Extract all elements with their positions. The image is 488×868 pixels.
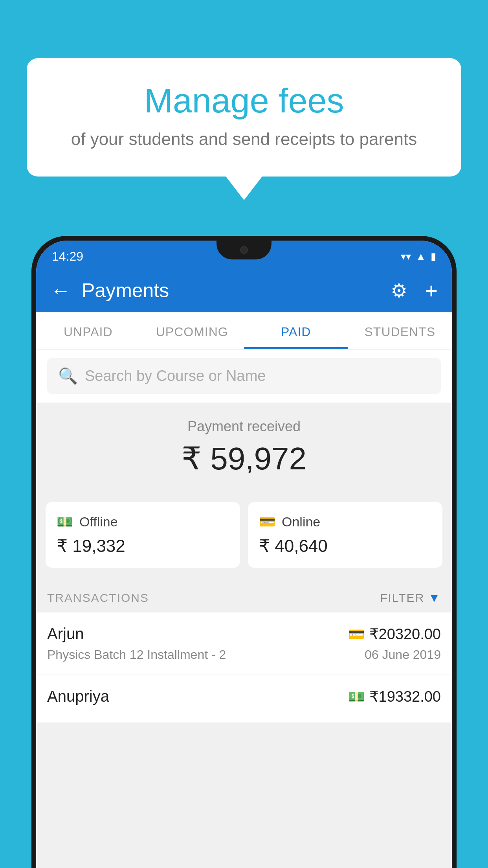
online-label: Online xyxy=(282,514,320,530)
transactions-header: TRANSACTIONS FILTER ▼ xyxy=(36,579,452,612)
tabs-bar: UNPAID UPCOMING PAID STUDENTS xyxy=(36,312,452,349)
battery-icon: ▮ xyxy=(431,250,436,263)
status-time: 14:29 xyxy=(52,249,83,264)
app-header: ← Payments ⚙ + xyxy=(36,269,452,312)
add-button[interactable]: + xyxy=(425,278,438,303)
filter-button[interactable]: FILTER ▼ xyxy=(380,591,441,605)
tab-unpaid[interactable]: UNPAID xyxy=(36,312,140,349)
search-placeholder-text: Search by Course or Name xyxy=(85,368,266,384)
wifi-icon: ▾▾ xyxy=(401,250,411,263)
payment-cards-row: 💵 Offline ₹ 19,332 💳 Online ₹ 40,640 xyxy=(36,491,452,579)
search-container: 🔍 Search by Course or Name xyxy=(36,349,452,403)
online-amount: ₹ 40,640 xyxy=(259,536,431,556)
offline-payment-card: 💵 Offline ₹ 19,332 xyxy=(46,502,240,568)
speech-bubble: Manage fees of your students and send re… xyxy=(27,58,461,177)
offline-icon: 💵 xyxy=(57,514,73,530)
payment-received-label: Payment received xyxy=(36,418,452,435)
transactions-label: TRANSACTIONS xyxy=(47,591,149,605)
transaction-date: 06 June 2019 xyxy=(365,647,441,662)
search-bar[interactable]: 🔍 Search by Course or Name xyxy=(47,358,441,394)
online-icon: 💳 xyxy=(259,514,275,530)
phone-frame: 14:29 ▾▾ ▲ ▮ ← Payments ⚙ + UNPAID UPCOM… xyxy=(31,236,457,868)
filter-label: FILTER xyxy=(380,591,424,605)
offline-amount: ₹ 19,332 xyxy=(57,536,229,556)
bubble-title: Manage fees xyxy=(46,82,442,120)
settings-button[interactable]: ⚙ xyxy=(391,280,407,302)
transaction-row[interactable]: Arjun 💳 ₹20320.00 Physics Batch 12 Insta… xyxy=(36,612,452,675)
payment-total-amount: ₹ 59,972 xyxy=(36,440,452,477)
camera-dot xyxy=(240,246,248,254)
tab-students[interactable]: STUDENTS xyxy=(348,312,452,349)
back-button[interactable]: ← xyxy=(50,279,71,302)
filter-icon: ▼ xyxy=(428,591,441,605)
tab-paid[interactable]: PAID xyxy=(244,312,348,349)
transaction-amount: ₹19332.00 xyxy=(369,688,441,705)
offline-label: Offline xyxy=(79,514,118,530)
phone-screen: 14:29 ▾▾ ▲ ▮ ← Payments ⚙ + UNPAID UPCOM… xyxy=(36,241,452,868)
transaction-amount: ₹20320.00 xyxy=(369,625,441,643)
transaction-name: Anupriya xyxy=(47,688,109,705)
cash-payment-icon: 💵 xyxy=(348,689,365,704)
transaction-row[interactable]: Anupriya 💵 ₹19332.00 xyxy=(36,675,452,723)
page-title: Payments xyxy=(82,279,380,302)
payment-section: Payment received ₹ 59,972 xyxy=(36,403,452,491)
status-icons: ▾▾ ▲ ▮ xyxy=(401,250,436,263)
signal-icon: ▲ xyxy=(416,250,426,263)
transaction-name: Arjun xyxy=(47,625,84,643)
bubble-subtitle: of your students and send receipts to pa… xyxy=(46,129,442,149)
transaction-course: Physics Batch 12 Installment - 2 xyxy=(47,647,226,662)
search-icon: 🔍 xyxy=(58,367,78,385)
phone-notch xyxy=(216,241,272,259)
online-payment-card: 💳 Online ₹ 40,640 xyxy=(248,502,442,568)
tab-upcoming[interactable]: UPCOMING xyxy=(140,312,244,349)
card-payment-icon: 💳 xyxy=(348,626,365,642)
